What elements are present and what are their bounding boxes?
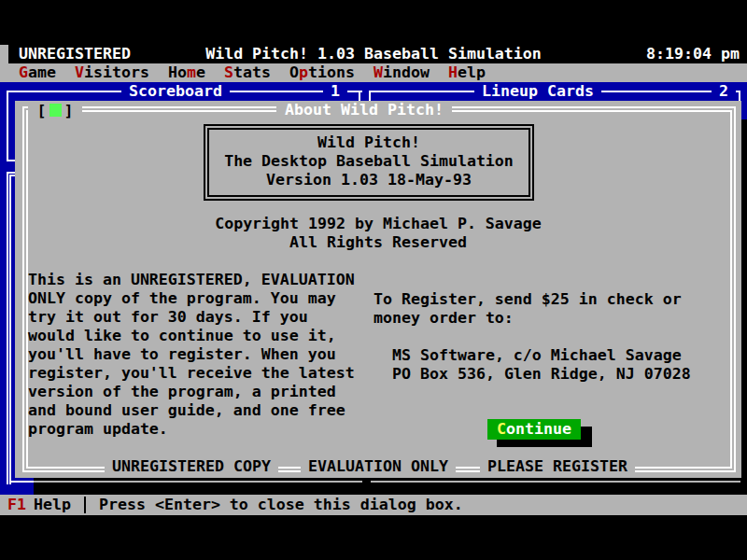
window-bottom-border-stub bbox=[9, 481, 34, 483]
version-box: Wild Pitch! The Desktop Baseball Simulat… bbox=[204, 124, 534, 201]
register-address-text: MS Software, c/o Michael Savage PO Box 5… bbox=[392, 346, 691, 384]
menu-item-help[interactable]: Help bbox=[448, 63, 486, 82]
window-bottom-border-right bbox=[371, 481, 740, 483]
status-bar: F1 Help Press <Enter> to close this dial… bbox=[0, 495, 747, 515]
close-icon bbox=[49, 104, 62, 117]
close-bracket-right: ] bbox=[64, 102, 74, 119]
f1-help-label[interactable]: Help bbox=[34, 496, 71, 514]
register-howto-text: To Register, send $25 in check or money … bbox=[374, 290, 682, 328]
window-number-scoreboard: 1 bbox=[323, 82, 347, 101]
window-number-lineup: 2 bbox=[712, 82, 736, 101]
f1-key-label[interactable]: F1 bbox=[7, 496, 26, 514]
footer-label-unregistered: UNREGISTERED COPY bbox=[105, 457, 278, 476]
dos-screen: UNREGISTERED Wild Pitch! 1.03 Baseball S… bbox=[0, 0, 747, 560]
menu-item-options[interactable]: Options bbox=[289, 63, 355, 82]
footer-label-register: PLEASE REGISTER bbox=[480, 457, 635, 476]
scoreboard-frame-corner bbox=[359, 91, 360, 101]
dialog-shadow-right bbox=[741, 119, 747, 495]
menu-item-window[interactable]: Window bbox=[374, 63, 430, 82]
register-info-text: This is an UNREGISTERED, EVALUATION ONLY… bbox=[28, 271, 355, 439]
close-button[interactable]: [ ] bbox=[28, 101, 82, 119]
footer-label-evaluation: EVALUATION ONLY bbox=[301, 457, 456, 476]
dialog-title: About Wild Pitch! bbox=[276, 101, 452, 119]
menu-item-visitors[interactable]: Visitors bbox=[75, 63, 149, 82]
clock: 8:19:04 pm bbox=[646, 45, 740, 63]
continue-button[interactable]: Continue bbox=[487, 419, 581, 440]
status-divider bbox=[84, 497, 86, 513]
copyright-text: Copyright 1992 by Michael P. Savage All … bbox=[15, 215, 741, 252]
menu-item-game[interactable]: Game bbox=[19, 63, 56, 82]
app-title: Wild Pitch! 1.03 Baseball Simulation bbox=[0, 45, 747, 63]
menu-bar: Game Visitors Home Stats Options Window … bbox=[0, 63, 747, 82]
menu-item-stats[interactable]: Stats bbox=[224, 63, 271, 82]
menu-item-home[interactable]: Home bbox=[168, 63, 205, 82]
scoreboard-frame-left bbox=[7, 91, 8, 161]
about-dialog: [ ] About Wild Pitch! Wild Pitch! The De… bbox=[15, 101, 741, 478]
close-bracket-left: [ bbox=[37, 102, 47, 119]
title-bar: UNREGISTERED Wild Pitch! 1.03 Baseball S… bbox=[0, 45, 747, 63]
status-message: Press <Enter> to close this dialog box. bbox=[99, 496, 463, 514]
window-bottom-border-left bbox=[9, 481, 362, 483]
lineup-frame-corner-left bbox=[369, 92, 371, 101]
window-title-scoreboard[interactable]: Scoreboard bbox=[121, 82, 230, 101]
window-title-lineup[interactable]: Lineup Cards bbox=[474, 82, 601, 101]
